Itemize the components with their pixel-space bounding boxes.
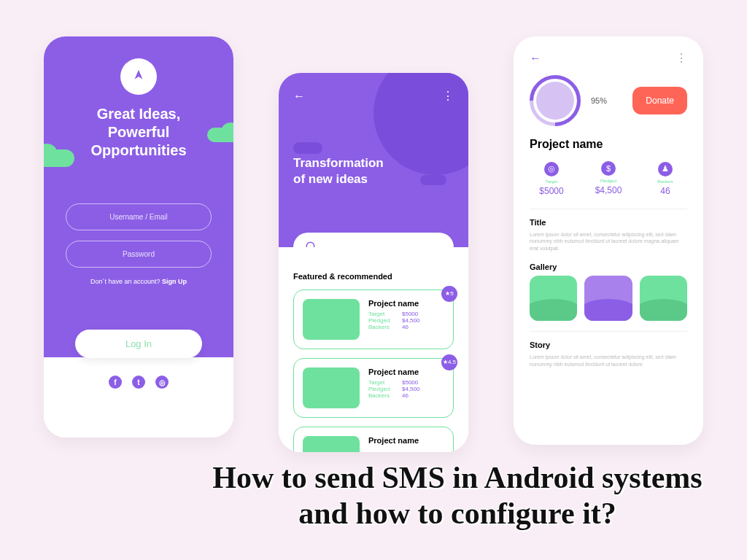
- title-description: Lorem ipsum dolor sit amet, consectetur …: [530, 231, 687, 252]
- gallery-tile[interactable]: [640, 276, 687, 321]
- dollar-icon: $: [601, 161, 616, 176]
- article-headline: How to send SMS in Android systems and h…: [190, 460, 725, 531]
- person-icon: ♟: [658, 162, 673, 176]
- progress-ring: [530, 75, 581, 126]
- featured-body: Featured & recommended ★5 Project name T…: [279, 247, 468, 452]
- twitter-icon[interactable]: t: [132, 376, 145, 389]
- project-topbar: ← ⋮: [530, 51, 687, 65]
- cloud-icon: [44, 149, 74, 167]
- password-field[interactable]: Password: [66, 241, 212, 268]
- more-icon[interactable]: ⋮: [676, 51, 687, 65]
- project-name: Project name: [368, 299, 444, 308]
- title-line: Opportunities: [90, 142, 186, 158]
- divider: [530, 209, 687, 209]
- kv-label: Pledged: [368, 386, 398, 392]
- signup-prefix: Don´t have an account?: [90, 278, 162, 285]
- project-name: Project name: [368, 368, 444, 376]
- title-section-label: Title: [530, 218, 687, 227]
- kv-value: 46: [402, 392, 409, 399]
- kv-value: $5000: [402, 311, 418, 317]
- phone-login: Great Ideas, Powerful Opportunities User…: [44, 36, 233, 438]
- rating-badge: ★4.5: [441, 354, 457, 370]
- target-icon: ◎: [544, 162, 559, 176]
- kv-label: Backers: [368, 392, 398, 399]
- project-name: Project name: [530, 138, 687, 151]
- instagram-icon[interactable]: ◎: [155, 376, 169, 389]
- username-field[interactable]: Username / Email: [66, 203, 212, 230]
- stat-value: $4,500: [595, 185, 622, 195]
- divider: [530, 331, 687, 332]
- project-thumb: [303, 299, 360, 340]
- signup-text: Don´t have an account? Sign Up: [61, 278, 216, 285]
- social-row: f t ◎: [61, 376, 216, 389]
- stat-target: ◎ Target $5000: [530, 161, 573, 197]
- facebook-icon[interactable]: f: [109, 376, 122, 389]
- stat-label: Pledged: [587, 179, 630, 183]
- stat-label: Backers: [643, 179, 687, 184]
- login-title: Great Ideas, Powerful Opportunities: [61, 105, 216, 160]
- cloud-icon: [293, 142, 322, 154]
- cloud-icon: [207, 128, 233, 142]
- progress-value: 95%: [591, 96, 607, 105]
- stat-value: 46: [660, 186, 670, 196]
- kv-value: $4,500: [402, 386, 419, 392]
- gallery-tile[interactable]: [530, 276, 577, 321]
- kv-value: 46: [402, 324, 409, 330]
- login-hero: Great Ideas, Powerful Opportunities User…: [44, 36, 233, 357]
- featured-title: Transformation of new ideas: [293, 155, 454, 187]
- donate-button[interactable]: Donate: [632, 87, 687, 114]
- kv-value: $5000: [402, 379, 418, 386]
- gallery-section-label: Gallery: [530, 262, 687, 271]
- back-arrow-icon[interactable]: ←: [530, 52, 541, 65]
- title-line: of new ideas: [293, 172, 368, 186]
- story-description: Lorem ipsum dolor sit amet, consectetur …: [530, 354, 687, 368]
- signup-link[interactable]: Sign Up: [162, 278, 187, 285]
- stats-row: ◎ Target $5000 $ Pledged $4,500 ♟ Backer…: [530, 161, 687, 197]
- featured-topbar: ← ⋮: [293, 89, 454, 103]
- title-line: Transformation: [293, 156, 384, 170]
- search-input[interactable]: [293, 233, 454, 247]
- search-icon: [305, 241, 318, 247]
- app-logo: [120, 58, 157, 95]
- title-line: Great Ideas,: [97, 106, 181, 122]
- kv-value: $4,500: [402, 317, 419, 324]
- project-card[interactable]: Project name: [293, 427, 454, 452]
- kv-label: Pledged: [368, 317, 398, 324]
- project-hero: 95% Donate: [530, 75, 687, 126]
- phone-featured: ← ⋮ Transformation of new ideas Featured…: [279, 73, 468, 452]
- login-button[interactable]: Log In: [75, 330, 202, 358]
- project-thumb: [303, 368, 360, 408]
- svg-point-0: [306, 242, 314, 247]
- kv-label: Target: [368, 311, 398, 317]
- login-footer: Log In f t ◎: [44, 357, 233, 438]
- moon-icon: [398, 102, 425, 128]
- more-icon[interactable]: ⋮: [442, 89, 454, 103]
- gallery-tile[interactable]: [584, 276, 632, 321]
- title-line: Powerful: [108, 124, 169, 140]
- stat-label: Target: [530, 179, 573, 184]
- featured-hero: ← ⋮ Transformation of new ideas: [279, 73, 468, 247]
- rating-badge: ★5: [441, 286, 457, 302]
- kv-label: Backers: [368, 324, 398, 330]
- phone-project: ← ⋮ 95% Donate Project name ◎ Target $50…: [514, 36, 703, 445]
- project-thumb: [303, 436, 360, 452]
- project-card[interactable]: ★4.5 Project name Target$5000 Pledged$4,…: [293, 358, 454, 418]
- story-section-label: Story: [530, 341, 687, 349]
- section-label: Featured & recommended: [293, 272, 454, 281]
- gallery-row: [530, 276, 687, 321]
- stat-backers: ♟ Backers 46: [643, 161, 687, 197]
- stat-value: $5000: [539, 186, 563, 196]
- back-arrow-icon[interactable]: ←: [293, 90, 305, 103]
- project-card[interactable]: ★5 Project name Target$5000 Pledged$4,50…: [293, 289, 454, 349]
- stat-pledged: $ Pledged $4,500: [587, 161, 630, 197]
- kv-label: Target: [368, 379, 398, 386]
- project-name: Project name: [368, 436, 444, 445]
